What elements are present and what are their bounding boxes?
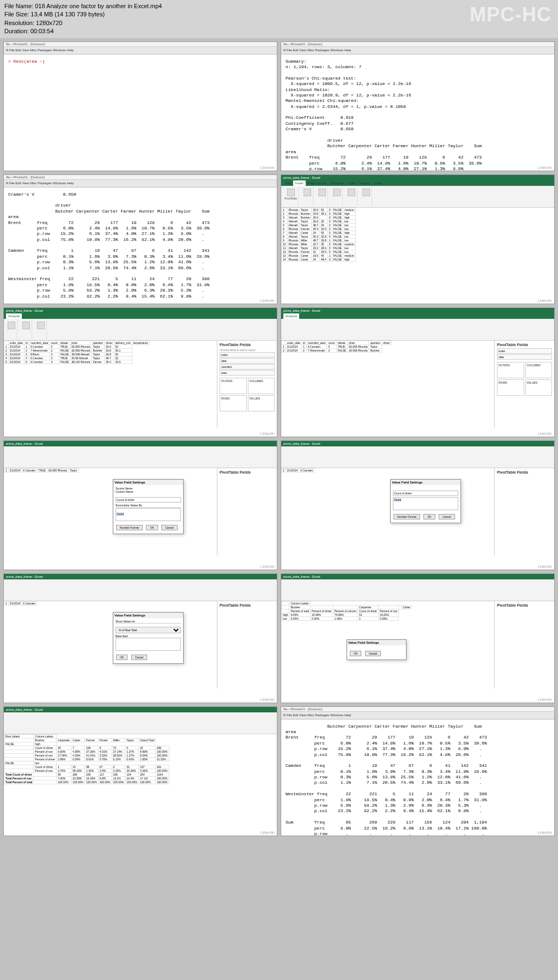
tab-review[interactable]: Review [357,180,373,186]
field-area[interactable]: area [220,370,275,376]
pivot-sheet[interactable]: order_dateidnoorders_areacountrabatepric… [281,341,392,353]
tab-data[interactable]: Data [346,180,357,186]
menu-bar: R File Edit View Misc Packages Windows H… [4,180,277,187]
thumb-6[interactable]: pizza_data_frame - Excel Analyze order_d… [281,307,555,437]
thumb-10[interactable]: pizza_data_frame - Excel Column Labels B… [281,573,555,703]
changesrc-icon[interactable] [22,322,30,329]
summarize-tab[interactable]: Summarize Values By [116,504,181,508]
values-zone[interactable]: VALUES [525,379,553,396]
thumb-5[interactable]: pizza_data_frame - Excel Analyze order_d… [3,307,277,437]
duration-line: Duration: 00:03:54 [4,27,554,35]
linkedin-watermark: LinkedIn [260,299,275,303]
data-table[interactable]: 1RhondaTaylor20.6520FALSEmedium 2RhondaB… [281,208,356,262]
custom-label: Custom Name: [116,490,181,493]
cancel-button[interactable]: Cancel [161,525,178,530]
field-date[interactable]: date [220,358,275,364]
excel-title-bar: pizza_data_frame - Excel [281,175,554,180]
field-index[interactable]: index [497,348,552,354]
linkedin-watermark: LinkedIn [260,166,275,170]
linkedin-watermark: LinkedIn [260,565,275,568]
ok-button[interactable]: OK [423,514,435,519]
table-icon[interactable] [304,189,311,196]
window-title: file:~/R/stats01 - [Deducer] [281,42,554,47]
columns-zone[interactable]: COLUMNS [525,362,553,378]
calc-list[interactable]: Count [116,508,181,521]
cancel-button[interactable]: Cancel [131,655,148,660]
final-pivot-table[interactable]: Row LabelsColumn Labels ButcherCarpenter… [4,734,169,784]
ok-button[interactable]: OK [146,525,157,530]
linkedin-watermark: LinkedIn [538,166,552,170]
chart-icon[interactable] [362,189,370,196]
thumbnail-grid: file:~/R/stats01 - [Deducer] R File Edit… [0,38,558,839]
linkedin-watermark: LinkedIn [260,831,275,834]
filters-zone[interactable]: FILTERS [220,378,247,394]
columns-zone[interactable]: COLUMNS [248,378,275,394]
clear-icon[interactable] [37,322,45,329]
thumb-11[interactable]: pizza_data_frame - Excel Row LabelsColum… [3,706,277,836]
tab-file[interactable]: File [283,180,293,186]
tab-view[interactable]: View [373,180,384,186]
window-title: file:~/R/stats01 - [Deducer] [281,707,554,712]
value-field-dialog[interactable]: Value Field Settings Count Number Format… [390,479,461,523]
pivot-result-table[interactable]: Column Labels ButcherCarpenterCarter Per… [281,601,412,621]
ribbon [281,319,554,341]
dialog-title: Value Field Settings [347,640,406,645]
linkedin-watermark: LinkedIn [538,831,552,834]
ok-button[interactable]: OK [350,651,361,656]
show-as-select[interactable]: % of Row Total [116,627,181,633]
custom-name-input[interactable] [393,491,458,496]
tab-analyze[interactable]: Analyze [6,313,22,319]
number-format-button[interactable]: Number Format [116,525,143,530]
field-date[interactable]: date [497,354,552,360]
thumb-9[interactable]: pizza_data_frame - Excel 13/1/20146 Camd… [3,573,277,703]
pictures-icon[interactable] [318,189,326,196]
cancel-button[interactable]: Cancel [439,514,455,519]
linkedin-watermark: LinkedIn [538,299,552,303]
ribbon: PivotTable [281,186,554,208]
chart-icon[interactable] [348,189,355,196]
value-field-dialog[interactable]: Value Field Settings Source Name: Custom… [113,479,184,534]
value-field-dialog[interactable]: Value Field Settings Show Values As % of… [113,612,184,664]
linkedin-watermark: LinkedIn [260,432,275,435]
tab-insert[interactable]: Insert [293,180,306,186]
menu-bar: R File Edit View Misc Packages Windows H… [4,47,277,55]
chart-icon[interactable] [333,189,341,196]
tab-pagelayout[interactable]: Page Layout [306,180,329,186]
console-body: Cramer's V 0.650 driver Butcher Carpente… [4,187,277,304]
cancel-button[interactable]: Cancel [365,651,381,656]
thumb-1[interactable]: file:~/R/stats01 - [Deducer] R File Edit… [3,41,277,171]
value-field-dialog[interactable]: Value Field Settings OK Cancel [347,639,407,660]
thumb-3[interactable]: file:~/R/stats01 - [Deducer] R File Edit… [3,174,277,304]
ok-button[interactable]: OK [116,655,128,660]
field-index[interactable]: index [220,352,275,358]
tab-formulas[interactable]: Formulas [328,180,346,186]
excel-title-bar: pizza_data_frame - Excel [281,308,554,313]
pivottable-icon[interactable] [287,189,295,196]
custom-name-input[interactable] [116,497,181,503]
thumb-12[interactable]: file:~/R/stats01 - [Deducer] R File Edit… [281,706,555,836]
pivot-fields-pane[interactable]: PivotTable Fields Choose fields to add t… [217,341,277,428]
thumb-7[interactable]: pizza_data_frame - Excel 13/1/20146 Camd… [3,440,277,570]
rows-zone[interactable]: ROWS [497,379,524,396]
pivot-sheet[interactable]: order_dateidnoorders_areacountrabatepric… [4,341,150,364]
pivot-fields-pane[interactable]: PivotTable Fields index date FILTERS COL… [494,341,554,428]
refresh-icon[interactable] [8,322,15,329]
thumb-4[interactable]: pizza_data_frame - Excel File Insert Pag… [281,174,555,304]
ribbon [281,446,554,468]
menu-bar: R File Edit View Misc Packages Windows H… [281,47,554,55]
number-format-button[interactable]: Number Format [393,514,420,519]
thumb-8[interactable]: pizza_data_frame - Excel 13/1/20146 Camd… [281,440,555,570]
thumb-2[interactable]: file:~/R/stats01 - [Deducer] R File Edit… [281,41,555,171]
show-values-tab[interactable]: Show Values As [116,620,181,624]
base-field-list[interactable] [116,638,181,651]
ribbon [4,579,277,601]
console-body: > Desc(area ~) [4,55,277,69]
linkedin-watermark: LinkedIn [538,698,552,701]
field-noorders[interactable]: noorders [220,364,275,370]
filters-zone[interactable]: FILTERS [497,362,524,378]
values-zone[interactable]: VALUES [248,395,275,412]
linkedin-watermark: LinkedIn [538,565,552,568]
calc-list[interactable]: Count [393,497,458,510]
rows-zone[interactable]: ROWS [220,395,247,412]
tab-analyze[interactable]: Analyze [283,313,299,319]
